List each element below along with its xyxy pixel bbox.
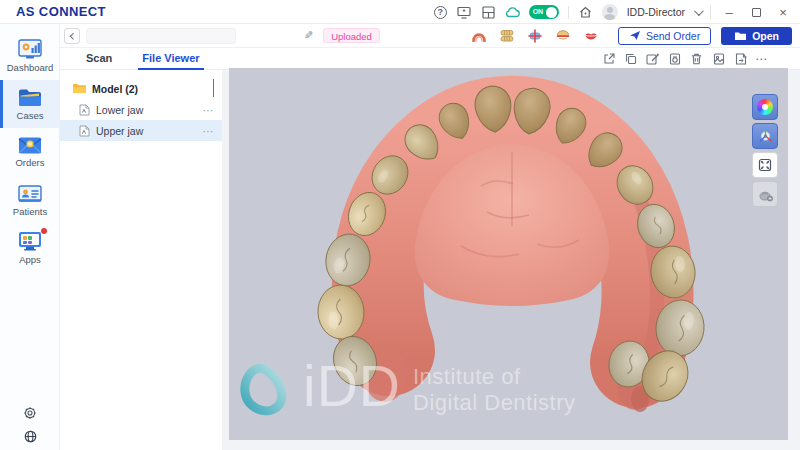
- collapse-chevron-icon[interactable]: [213, 79, 214, 97]
- cloud-sync-icon[interactable]: [505, 5, 520, 20]
- orders-envelope-icon: [17, 136, 43, 155]
- tab-scan[interactable]: Scan: [82, 48, 116, 70]
- minimize-button[interactable]: –: [720, 3, 738, 21]
- main-content: Model (2) Lower jaw ⋯ Upper jaw ⋯: [60, 70, 800, 450]
- paper-plane-icon: [629, 30, 641, 41]
- 3d-viewport[interactable]: iDD Institute of Digital Dentistry: [229, 68, 788, 440]
- orientation-button[interactable]: [752, 123, 778, 149]
- sidebar-item-cases[interactable]: Cases: [0, 80, 60, 128]
- screen-share-icon[interactable]: [457, 5, 472, 20]
- edit-case-name-icon[interactable]: ✎: [304, 29, 313, 42]
- cases-folder-icon: [17, 88, 43, 108]
- tree-item-upper-jaw[interactable]: Upper jaw ⋯: [60, 120, 222, 141]
- apps-monitor-icon: [17, 231, 43, 252]
- user-name[interactable]: IDD-Director: [627, 6, 685, 18]
- copy-icon[interactable]: [623, 51, 638, 66]
- document-link-icon[interactable]: [667, 51, 682, 66]
- color-mode-button[interactable]: [752, 94, 778, 120]
- divider: [710, 6, 711, 19]
- jaw-arch-view-icon[interactable]: [470, 28, 488, 43]
- color-wheel-icon: [757, 99, 773, 115]
- folder-icon: [72, 83, 86, 94]
- idd-logo-icon: [233, 356, 295, 420]
- online-toggle[interactable]: ON: [529, 5, 559, 19]
- help-icon[interactable]: ?: [433, 5, 448, 20]
- back-chevron-icon: [69, 33, 76, 40]
- upper-jaw-3d-model: [289, 74, 734, 414]
- export-document-icon[interactable]: [733, 51, 748, 66]
- case-name-input[interactable]: [86, 28, 236, 44]
- both-jaws-view-icon[interactable]: [498, 28, 516, 43]
- more-tools-icon[interactable]: ⋯: [755, 54, 768, 64]
- row-menu-icon[interactable]: ⋯: [203, 127, 215, 135]
- case-toolbar: ✎ Uploaded Send Order: [60, 24, 800, 48]
- app-logo: AS CONNECT: [16, 0, 106, 24]
- file-tree-panel: Model (2) Lower jaw ⋯ Upper jaw ⋯: [60, 70, 222, 450]
- window-layout-icon[interactable]: [481, 5, 496, 20]
- jaw-tool-button[interactable]: [752, 181, 778, 207]
- settings-gear-icon[interactable]: [23, 405, 38, 420]
- divider: [568, 6, 569, 19]
- bite-view-icon[interactable]: [554, 28, 572, 43]
- file-icon: [79, 125, 90, 137]
- send-order-button[interactable]: Send Order: [618, 27, 711, 45]
- status-badge: Uploaded: [323, 28, 380, 43]
- open-external-icon[interactable]: [601, 51, 616, 66]
- 3d-axes-icon: [757, 128, 774, 145]
- patients-card-icon: [17, 184, 43, 204]
- toggle-knob: [546, 7, 557, 18]
- back-button[interactable]: [64, 28, 80, 44]
- document-image-icon[interactable]: [711, 51, 726, 66]
- viewer-toolbar: [752, 94, 778, 207]
- user-menu-chevron-icon[interactable]: [694, 6, 704, 16]
- app-window: AS CONNECT ? ON IDD-Director: [0, 0, 800, 450]
- user-avatar[interactable]: [602, 4, 618, 20]
- sidebar: Dashboard Cases Orders Patients Apps: [0, 24, 60, 450]
- viewer-tabs: Scan File Viewer ⋯: [60, 48, 800, 70]
- fit-to-screen-button[interactable]: [752, 152, 778, 178]
- lips-view-icon[interactable]: [582, 28, 600, 43]
- language-globe-icon[interactable]: [23, 429, 38, 444]
- edit-document-icon[interactable]: [645, 51, 660, 66]
- folder-open-icon: [734, 31, 747, 41]
- dashboard-icon: [17, 39, 43, 60]
- row-menu-icon[interactable]: ⋯: [203, 106, 215, 114]
- occlusion-view-icon[interactable]: [526, 28, 544, 43]
- notification-dot: [41, 228, 47, 234]
- jaw-model-icon: [757, 187, 774, 202]
- sidebar-item-patients[interactable]: Patients: [0, 176, 60, 224]
- fit-screen-icon: [757, 157, 773, 173]
- open-button[interactable]: Open: [721, 27, 792, 45]
- sidebar-item-apps[interactable]: Apps: [0, 224, 60, 272]
- close-button[interactable]: ×: [774, 3, 792, 21]
- restore-button[interactable]: [747, 3, 765, 21]
- home-icon[interactable]: [578, 5, 593, 20]
- restore-icon: [752, 8, 761, 17]
- delete-trash-icon[interactable]: [689, 51, 704, 66]
- sidebar-item-orders[interactable]: Orders: [0, 128, 60, 176]
- tree-item-lower-jaw[interactable]: Lower jaw ⋯: [60, 99, 222, 120]
- sidebar-item-dashboard[interactable]: Dashboard: [0, 32, 60, 80]
- top-bar: AS CONNECT ? ON IDD-Director: [0, 0, 800, 24]
- tree-folder-model[interactable]: Model (2): [60, 78, 222, 99]
- file-icon: [79, 104, 90, 116]
- tab-file-viewer[interactable]: File Viewer: [138, 48, 203, 70]
